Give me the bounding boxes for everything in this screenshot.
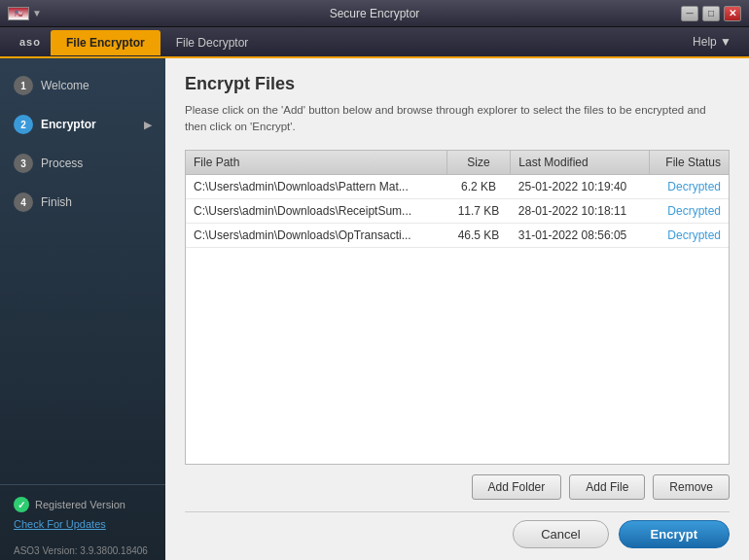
window-controls: ─ □ ✕	[681, 6, 741, 21]
us-flag: 🇺🇸	[8, 7, 29, 20]
sidebar-item-process[interactable]: 3 Process	[0, 144, 165, 183]
cell-filepath-3: C:\Users\admin\Downloads\OpTransacti...	[186, 223, 446, 247]
chevron-right-icon: ▶	[144, 120, 152, 130]
window-title: Secure Encryptor	[330, 7, 420, 20]
table-row[interactable]: C:\Users\admin\Downloads\OpTransacti... …	[186, 223, 729, 247]
cell-filepath-2: C:\Users\admin\Downloads\ReceiptSum...	[186, 198, 446, 223]
sidebar-item-finish[interactable]: 4 Finish	[0, 183, 165, 222]
app-logo: aso	[10, 32, 51, 52]
cell-lastmod-3: 31-01-2022 08:56:05	[511, 223, 649, 247]
sidebar-item-welcome[interactable]: 1 Welcome	[0, 66, 165, 105]
sidebar-label-finish: Finish	[41, 195, 72, 209]
cell-size-1: 6.2 KB	[446, 174, 511, 198]
tab-file-decryptor[interactable]: File Decryptor	[160, 30, 265, 55]
sidebar-item-encryptor[interactable]: 2 Encryptor ▶	[0, 105, 165, 144]
cell-size-2: 11.7 KB	[446, 198, 511, 223]
step-circle-1: 1	[14, 76, 33, 95]
version-label: ASO3 Version: 3.9.3800.18406	[0, 542, 165, 560]
sidebar-label-welcome: Welcome	[41, 79, 89, 92]
help-menu[interactable]: Help ▼	[685, 31, 739, 52]
registered-version: ✓ Registered Version	[14, 497, 152, 512]
minimize-button[interactable]: ─	[681, 6, 698, 21]
close-button[interactable]: ✕	[724, 6, 741, 21]
file-table-wrapper: File Path Size Last Modified File Status…	[185, 150, 730, 466]
cell-lastmod-1: 25-01-2022 10:19:40	[511, 174, 649, 198]
encrypt-button[interactable]: Encrypt	[619, 520, 730, 548]
cell-filepath-1: C:\Users\admin\Downloads\Pattern Mat...	[186, 174, 446, 198]
step-circle-4: 4	[14, 192, 33, 212]
content-area: Encrypt Files Please click on the 'Add' …	[165, 58, 749, 560]
table-row[interactable]: C:\Users\admin\Downloads\Pattern Mat... …	[186, 174, 729, 198]
cell-status-2: Decrypted	[649, 198, 729, 223]
cancel-button[interactable]: Cancel	[513, 520, 608, 548]
page-description: Please click on the 'Add' button below a…	[185, 102, 730, 136]
step-circle-2: 2	[14, 115, 33, 134]
cell-size-3: 46.5 KB	[446, 223, 511, 247]
flag-dropdown-icon[interactable]: ▼	[32, 8, 42, 18]
file-table: File Path Size Last Modified File Status…	[186, 151, 729, 248]
cell-lastmod-2: 28-01-2022 10:18:11	[511, 198, 649, 223]
check-updates-link[interactable]: Check For Updates	[14, 518, 152, 530]
table-actions: Add Folder Add File Remove	[185, 474, 730, 500]
col-header-size: Size	[446, 151, 511, 175]
menu-bar: aso File Encryptor File Decryptor Help ▼	[0, 27, 749, 58]
title-bar: 🇺🇸 ▼ Secure Encryptor ─ □ ✕	[0, 0, 749, 27]
page-title: Encrypt Files	[185, 74, 730, 94]
sidebar-bottom: ✓ Registered Version Check For Updates	[0, 484, 165, 542]
sidebar: 1 Welcome 2 Encryptor ▶ 3 Process 4 Fini…	[0, 58, 165, 560]
add-file-button[interactable]: Add File	[569, 474, 645, 500]
check-icon: ✓	[14, 497, 29, 512]
table-row[interactable]: C:\Users\admin\Downloads\ReceiptSum... 1…	[186, 198, 729, 223]
main-layout: 1 Welcome 2 Encryptor ▶ 3 Process 4 Fini…	[0, 58, 749, 560]
flag-icon: 🇺🇸 ▼	[8, 7, 42, 20]
sidebar-label-encryptor: Encryptor	[41, 118, 96, 131]
sidebar-label-process: Process	[41, 157, 83, 170]
col-header-filepath: File Path	[186, 151, 446, 175]
step-circle-3: 3	[14, 154, 33, 173]
cell-status-1: Decrypted	[649, 174, 729, 198]
remove-button[interactable]: Remove	[653, 474, 730, 500]
footer-actions: Cancel Encrypt	[185, 511, 730, 548]
col-header-lastmodified: Last Modified	[511, 151, 649, 175]
maximize-button[interactable]: □	[702, 6, 720, 21]
registered-label: Registered Version	[35, 499, 125, 510]
table-body: C:\Users\admin\Downloads\Pattern Mat... …	[186, 174, 729, 247]
col-header-filestatus: File Status	[649, 151, 729, 175]
tab-file-encryptor[interactable]: File Encryptor	[51, 30, 160, 55]
cell-status-3: Decrypted	[649, 223, 729, 247]
table-header-row: File Path Size Last Modified File Status	[186, 151, 729, 175]
add-folder-button[interactable]: Add Folder	[472, 474, 562, 500]
